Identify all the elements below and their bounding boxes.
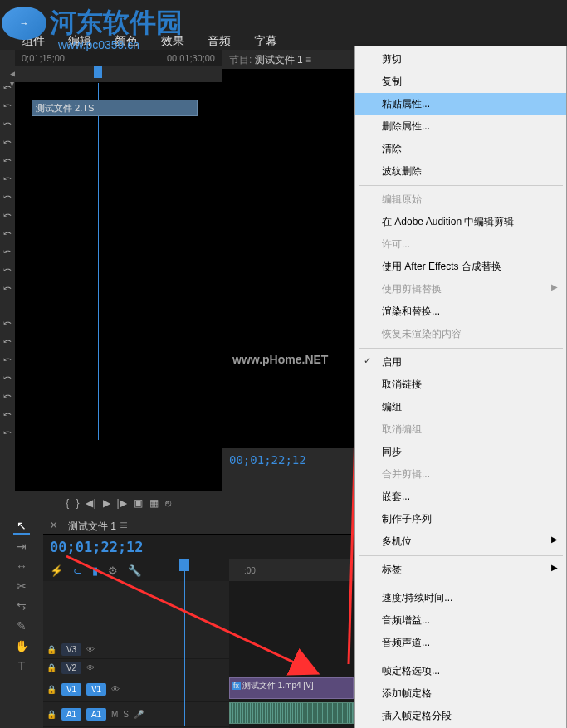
track-headers: 🔒 V3 👁 🔒 V2 👁 🔒 V1 V1 👁 🔒 A1 [43, 581, 229, 728]
play-button[interactable]: ▶ [103, 497, 110, 509]
menu-item[interactable]: 波纹删除 [355, 160, 566, 183]
menu-item[interactable]: 删除属性... [355, 115, 566, 138]
voice-icon[interactable]: 🎤 [134, 710, 144, 719]
track-label[interactable]: A1 [86, 708, 106, 721]
undo-icon[interactable]: ⤺ [1, 333, 14, 349]
undo-icon[interactable]: ⤺ [1, 188, 14, 205]
razor-tool[interactable]: ✂ [13, 578, 30, 594]
selection-tool[interactable]: ↖ [13, 518, 30, 535]
source-clip[interactable]: 测试文件 2.TS [32, 100, 198, 116]
track-header-v3[interactable]: 🔒 V3 👁 [43, 641, 229, 659]
menu-item[interactable]: 渲染和替换... [355, 300, 566, 323]
menu-item[interactable]: 标签▶ [355, 559, 566, 581]
undo-icon[interactable]: ⤺ [1, 225, 14, 242]
undo-icon[interactable]: ⤺ [1, 97, 14, 114]
menu-item[interactable]: 启用✓ [355, 351, 566, 374]
menu-item[interactable]: 音频声道... [355, 632, 566, 654]
track-label[interactable]: V2 [61, 662, 81, 674]
video-clip[interactable]: fx测试文件 1.mp4 [V] [229, 677, 354, 699]
lock-icon[interactable]: 🔒 [46, 685, 56, 694]
track-header-a1[interactable]: 🔒 A1 A1 M S 🎤 [43, 702, 229, 727]
menu-item[interactable]: 编组 [355, 396, 566, 418]
menu-item[interactable]: 多机位▶ [355, 530, 566, 553]
hand-tool[interactable]: ✋ [13, 638, 30, 654]
menu-item[interactable]: 取消链接 [355, 374, 566, 396]
dropdown-icon[interactable]: ▾ [10, 79, 14, 88]
undo-icon[interactable]: ⤺ [1, 115, 14, 132]
lock-icon[interactable]: 🔒 [46, 645, 56, 654]
mute-icon[interactable]: M [111, 710, 118, 719]
menu-item[interactable]: 添加帧定格 [355, 682, 566, 705]
settings-icon[interactable]: ⚙ [108, 564, 118, 577]
track-select-tool[interactable]: ⇥ [13, 538, 30, 555]
wrench-icon[interactable]: 🔧 [128, 564, 141, 577]
slip-tool[interactable]: ⇆ [13, 598, 30, 614]
undo-icon[interactable]: ⤺ [1, 424, 14, 441]
menu-item[interactable]: 剪切 [355, 48, 566, 71]
submenu-arrow-icon: ▶ [551, 563, 558, 572]
toggle-output-icon[interactable]: 👁 [111, 685, 120, 694]
undo-icon[interactable]: ⤺ [1, 369, 14, 386]
watermark-logo: → 河东软件园 [2, 5, 183, 42]
history-sidebar: ◀ ▾ ⤺ ⤺ ⤺ ⤺ ⤺ ⤺ ⤺ ⤺ ⤺ ⤺ ⤺ ⤺ ⤺ ⤺ ⤺ ⤺ ⤺ ⤺ … [0, 50, 15, 515]
undo-icon[interactable]: ⤺ [1, 261, 14, 278]
menu-item[interactable]: 同步 [355, 441, 566, 463]
step-fwd-button[interactable]: |▶ [117, 497, 127, 509]
ripple-tool[interactable]: ↔ [13, 558, 30, 574]
track-label[interactable]: V1 [86, 683, 106, 696]
menu-item[interactable]: 制作子序列 [355, 508, 566, 530]
timeline-timecode[interactable]: 00;01;22;12 [43, 539, 144, 555]
undo-icon[interactable]: ⤺ [1, 207, 14, 223]
undo-icon[interactable]: ⤺ [1, 134, 14, 150]
menu-item[interactable]: 使用 After Effects 合成替换 [355, 256, 566, 278]
track-source-v1[interactable]: V1 [61, 683, 81, 696]
menu-item[interactable]: 在 Adobe Audition 中编辑剪辑 [355, 211, 566, 233]
undo-icon[interactable]: ⤺ [1, 152, 14, 169]
insert-button[interactable]: ▣ [134, 497, 143, 509]
snap-icon[interactable]: ⚡ [50, 564, 63, 577]
menu-item[interactable]: 复制 [355, 71, 566, 93]
lock-icon[interactable]: 🔒 [46, 663, 56, 672]
undo-icon[interactable]: ⤺ [1, 406, 14, 423]
track-source-a1[interactable]: A1 [61, 708, 81, 721]
undo-icon[interactable]: ⤺ [1, 243, 14, 260]
sequence-tab[interactable]: 测试文件 1 [68, 520, 116, 532]
source-canvas[interactable]: 测试文件 2.TS [15, 83, 222, 491]
timeline-playhead[interactable] [184, 559, 185, 726]
track-label[interactable]: V3 [61, 643, 81, 656]
toggle-output-icon[interactable]: 👁 [86, 663, 95, 672]
step-back-button[interactable]: ◀| [86, 497, 95, 509]
track-header-v1[interactable]: 🔒 V1 V1 👁 [43, 677, 229, 702]
menu-item[interactable]: 速度/持续时间... [355, 587, 566, 609]
pen-tool[interactable]: ✎ [13, 618, 30, 634]
audio-clip[interactable] [229, 702, 354, 724]
track-header-v2[interactable]: 🔒 V2 👁 [43, 659, 229, 677]
export-frame-button[interactable]: ⎋ [165, 497, 171, 509]
menu-item[interactable]: 嵌套... [355, 486, 566, 508]
solo-icon[interactable]: S [123, 710, 129, 719]
undo-icon[interactable]: ⤺ [1, 280, 14, 296]
panel-menu-icon[interactable]: ≡ [305, 54, 311, 66]
program-timecode[interactable]: 00;01;22;12 [229, 453, 306, 467]
overwrite-button[interactable]: ▦ [149, 497, 159, 509]
undo-icon[interactable]: ⤺ [1, 170, 14, 187]
panel-menu-icon[interactable]: ≡ [120, 518, 127, 532]
toggle-output-icon[interactable]: 👁 [86, 645, 95, 654]
undo-icon[interactable]: ⤺ [1, 388, 14, 404]
menu-item[interactable]: 音频增益... [355, 609, 566, 632]
menu-item[interactable]: 帧定格选项... [355, 660, 566, 682]
undo-icon[interactable]: ⤺ [1, 315, 14, 331]
menu-item[interactable]: 插入帧定格分段 [355, 705, 566, 727]
type-tool[interactable]: T [13, 657, 30, 674]
menu-item[interactable]: 粘贴属性... [355, 93, 566, 115]
source-ruler[interactable] [15, 66, 222, 83]
close-tab-icon[interactable]: × [50, 518, 57, 532]
mark-out-button[interactable]: } [76, 497, 79, 509]
lock-icon[interactable]: 🔒 [46, 710, 56, 719]
menu-item[interactable]: 清除 [355, 138, 566, 160]
linked-selection-icon[interactable]: ⊂ [73, 564, 82, 577]
marker-icon[interactable]: ▮ [92, 564, 98, 577]
mark-in-button[interactable]: { [66, 497, 69, 509]
playhead-icon[interactable] [94, 66, 102, 78]
undo-icon[interactable]: ⤺ [1, 351, 14, 368]
